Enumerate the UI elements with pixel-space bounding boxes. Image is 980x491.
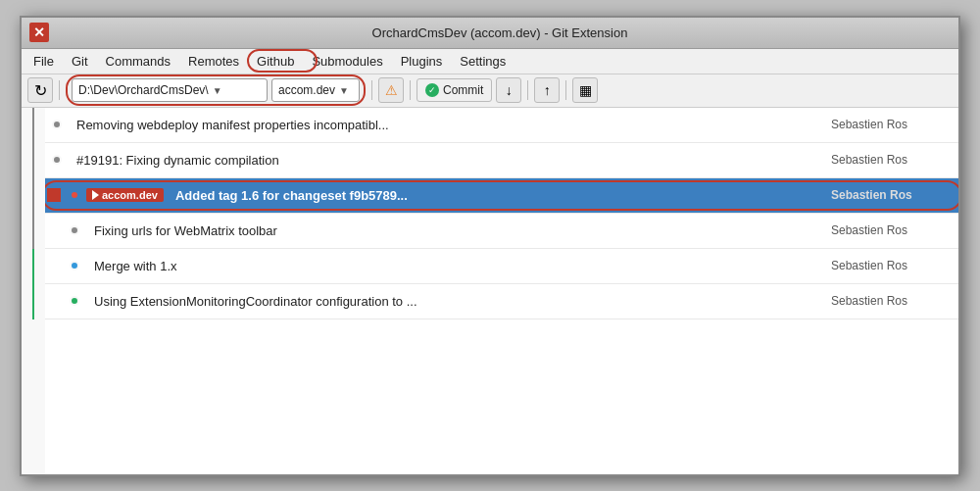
graph-dot-6 — [70, 296, 79, 306]
graph-dot-2 — [52, 155, 62, 165]
menu-settings[interactable]: Settings — [452, 51, 514, 72]
pull-icon: ↑ — [544, 82, 551, 98]
path-combo[interactable]: D:\Dev\OrchardCmsDev\ ▼ — [72, 78, 268, 102]
push-icon: ↓ — [506, 82, 513, 98]
menu-remotes[interactable]: Remotes — [180, 51, 247, 72]
branch-dropdown-arrow[interactable]: ▼ — [339, 85, 349, 96]
warning-button[interactable]: ⚠ — [378, 77, 404, 103]
commit-button[interactable]: ✓ Commit — [416, 78, 492, 102]
menu-git[interactable]: Git — [64, 51, 96, 72]
refresh-button[interactable]: ↻ — [27, 77, 53, 103]
warning-icon: ⚠ — [385, 82, 398, 98]
commit-message-1: Removing webdeploy manifest properties i… — [69, 118, 831, 132]
branch-tag-arrow — [92, 190, 99, 200]
layout-icon: ▦ — [579, 82, 592, 98]
toolbar-separator-4 — [527, 80, 528, 100]
app-icon: ✕ — [29, 23, 49, 42]
graph-indicator-1 — [45, 108, 69, 143]
toolbar-area: ↻ D:\Dev\OrchardCmsDev\ ▼ accom.dev ▼ ⚠ — [22, 74, 958, 108]
path-dropdown-arrow[interactable]: ▼ — [213, 85, 222, 96]
commit-author-6: Sebastien Ros — [831, 294, 958, 308]
graph-indicator-2 — [45, 142, 69, 177]
commit-message-4: Fixing urls for WebMatrix toolbar — [86, 223, 831, 238]
main-window: ✕ OrchardCmsDev (accom.dev) - Git Extens… — [20, 16, 960, 476]
graph-indicator-4 — [63, 213, 86, 248]
menu-github[interactable]: Github — [249, 51, 302, 72]
table-row[interactable]: accom.dev Added tag 1.6 for changeset f9… — [45, 178, 958, 214]
graph-column — [22, 108, 45, 474]
graph-svg — [22, 108, 45, 319]
toolbar: ↻ D:\Dev\OrchardCmsDev\ ▼ accom.dev ▼ ⚠ — [22, 74, 958, 108]
spacer-2 — [47, 259, 61, 272]
refresh-icon: ↻ — [34, 81, 47, 100]
title-bar: ✕ OrchardCmsDev (accom.dev) - Git Extens… — [22, 18, 958, 49]
table-row[interactable]: Merge with 1.x Sebastien Ros — [45, 249, 958, 284]
graph-indicator-5 — [63, 248, 86, 283]
spacer-1 — [47, 223, 61, 237]
table-row[interactable]: #19191: Fixing dynamic compilation Sebas… — [45, 143, 958, 178]
menu-submodules[interactable]: Submodules — [304, 51, 390, 72]
pull-button[interactable]: ↑ — [534, 77, 560, 103]
commit-message-3: Added tag 1.6 for changeset f9b5789... — [168, 188, 831, 203]
menu-file[interactable]: File — [25, 51, 62, 72]
branch-text: accom.dev — [278, 83, 335, 97]
graph-dot-1 — [52, 120, 62, 129]
graph-indicator-6 — [63, 283, 86, 319]
toolbar-separator-5 — [565, 80, 566, 100]
content-area: Removing webdeploy manifest properties i… — [22, 108, 958, 474]
graph-dot-5 — [70, 261, 79, 270]
table-row[interactable]: Using ExtensionMonitoringCoordinator con… — [45, 284, 958, 319]
combo-highlighted-group: D:\Dev\OrchardCmsDev\ ▼ accom.dev ▼ — [66, 74, 366, 106]
table-row[interactable]: Fixing urls for WebMatrix toolbar Sebast… — [45, 214, 958, 249]
commit-author-3: Sebastien Ros — [831, 188, 958, 202]
branch-combo[interactable]: accom.dev ▼ — [271, 78, 360, 102]
red-square-indicator — [47, 188, 61, 202]
table-row[interactable]: Removing webdeploy manifest properties i… — [45, 108, 958, 143]
branch-tag: accom.dev — [86, 188, 164, 202]
commit-author-5: Sebastien Ros — [831, 259, 958, 272]
graph-dot-3 — [70, 190, 79, 200]
push-button[interactable]: ↓ — [496, 77, 521, 103]
commit-message-5: Merge with 1.x — [86, 259, 831, 273]
path-text: D:\Dev\OrchardCmsDev\ — [78, 83, 209, 97]
selected-row-content: accom.dev Added tag 1.6 for changeset f9… — [86, 188, 831, 203]
graph-dot-4 — [70, 225, 79, 235]
window-title: OrchardCmsDev (accom.dev) - Git Extensio… — [49, 25, 951, 40]
toolbar-separator-3 — [410, 80, 411, 100]
commit-list: Removing webdeploy manifest properties i… — [45, 108, 958, 474]
commit-author-2: Sebastien Ros — [831, 153, 958, 167]
layout-button[interactable]: ▦ — [572, 77, 598, 103]
menu-bar: File Git Commands Remotes Github Submodu… — [22, 49, 958, 74]
commit-author-1: Sebastien Ros — [831, 118, 958, 131]
commit-author-4: Sebastien Ros — [831, 223, 958, 237]
menu-plugins[interactable]: Plugins — [393, 51, 451, 72]
spacer-3 — [47, 294, 61, 308]
commit-icon: ✓ — [425, 83, 439, 97]
menu-commands[interactable]: Commands — [98, 51, 178, 72]
graph-indicator-3 — [63, 177, 86, 213]
branch-tag-label: accom.dev — [102, 189, 158, 201]
toolbar-separator-1 — [59, 80, 60, 100]
commit-message-2: #19191: Fixing dynamic compilation — [69, 153, 831, 168]
commit-label: Commit — [443, 83, 483, 97]
toolbar-separator-2 — [371, 80, 372, 100]
commit-message-6: Using ExtensionMonitoringCoordinator con… — [86, 294, 831, 309]
